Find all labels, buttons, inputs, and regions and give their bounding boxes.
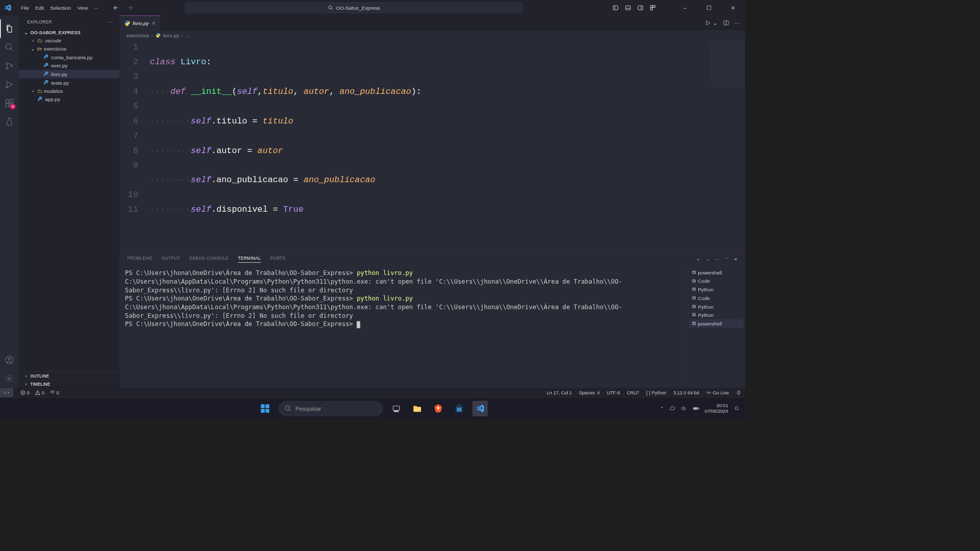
term-item-4[interactable]: ⧉Python	[689, 302, 744, 311]
code-editor[interactable]: 1234567891011 class Livro: ····def __ini…	[119, 40, 745, 252]
menu-edit[interactable]: Edit	[32, 0, 47, 15]
file-conta-bancaria[interactable]: conta_bancaria.py	[18, 53, 119, 61]
terminal-output[interactable]: PS C:\Users\jhona\OneDrive\Área de Traba…	[119, 266, 687, 388]
panel-more-icon[interactable]: ···	[715, 257, 719, 261]
activity-settings[interactable]	[0, 369, 18, 388]
status-bell-icon[interactable]	[736, 390, 742, 395]
run-icon[interactable]	[705, 20, 711, 26]
timeline-section[interactable]: ›TIMELINE	[18, 380, 119, 388]
layout-left-icon[interactable]	[612, 5, 619, 11]
outline-section[interactable]: ›OUTLINE	[18, 371, 119, 380]
brave-app-icon[interactable]	[430, 400, 446, 416]
tab-close-icon[interactable]: ✕	[151, 20, 155, 26]
panel-close-icon[interactable]: ✕	[734, 257, 738, 262]
taskview-icon[interactable]	[388, 400, 404, 416]
title-bar: File Edit Selection View ··· OO-Sabor_Ex…	[0, 0, 745, 15]
remote-indicator[interactable]	[0, 388, 13, 397]
tray-cloud-icon[interactable]	[669, 405, 675, 411]
workspace-root[interactable]: ⌄OO-SABOR_EXPRESS	[18, 29, 119, 36]
tray-clock[interactable]: 20:01 07/06/2024	[705, 403, 728, 414]
svg-rect-37	[457, 408, 458, 409]
svg-rect-29	[261, 404, 264, 408]
tray-chevron-icon[interactable]: ⌃	[660, 406, 664, 411]
breadcrumbs[interactable]: exercicios› livro.py› ...	[119, 30, 745, 40]
svg-rect-40	[459, 410, 460, 411]
editor-more-icon[interactable]: ···	[734, 19, 740, 27]
status-ports[interactable]: 0	[50, 390, 59, 395]
status-warnings[interactable]: 0	[35, 390, 44, 395]
tray-volume-icon[interactable]	[681, 405, 687, 411]
activity-explorer[interactable]	[0, 19, 18, 38]
layout-right-icon[interactable]	[638, 5, 644, 11]
vscode-logo-icon	[3, 3, 12, 12]
panel-tab-output[interactable]: OUTPUT	[162, 256, 180, 262]
status-interpreter[interactable]: 3.12.0 64-bit	[673, 390, 699, 395]
new-terminal-icon[interactable]: ＋	[696, 256, 701, 262]
term-item-5[interactable]: ⧉Python	[689, 311, 744, 319]
layout-bottom-icon[interactable]	[625, 5, 631, 11]
activity-accounts[interactable]	[0, 350, 18, 369]
term-item-2[interactable]: ⧉Python	[689, 285, 744, 294]
window-minimize[interactable]: ─	[676, 0, 694, 15]
folder-modelos[interactable]: ›🗀modelos	[18, 87, 119, 95]
status-errors[interactable]: 0	[20, 390, 30, 395]
term-item-1[interactable]: ⧉Code	[689, 277, 744, 285]
term-item-3[interactable]: ⧉Code	[689, 294, 744, 303]
minimap[interactable]	[710, 40, 745, 87]
svg-rect-30	[265, 404, 269, 408]
status-cursor[interactable]: Ln 17, Col 1	[547, 390, 572, 395]
panel-tab-debug[interactable]: DEBUG CONSOLE	[189, 256, 229, 262]
layout-customize-icon[interactable]	[650, 5, 656, 11]
panel-maximize-icon[interactable]: ⌃	[725, 257, 728, 262]
terminal-dropdown-icon[interactable]: ⌄	[706, 257, 709, 262]
activity-extensions[interactable]: 4	[0, 94, 18, 112]
split-editor-icon[interactable]	[723, 20, 729, 26]
status-eol[interactable]: CRLF	[627, 390, 639, 395]
window-close[interactable]: ✕	[724, 0, 742, 15]
svg-point-22	[45, 72, 46, 72]
explorer-more-icon[interactable]: ···	[108, 19, 112, 24]
svg-point-18	[8, 358, 11, 360]
taskbar-search[interactable]: Pesquisar	[278, 400, 383, 416]
folder-vscode[interactable]: ›🗀.vscode	[18, 36, 119, 44]
nav-forward-icon[interactable]	[127, 4, 134, 11]
start-button[interactable]	[257, 400, 273, 416]
status-language[interactable]: { } Python	[646, 390, 667, 395]
menu-file[interactable]: File	[18, 0, 32, 15]
activity-search[interactable]	[0, 38, 18, 57]
panel-tab-problems[interactable]: PROBLEMS	[127, 256, 152, 262]
run-dropdown-icon[interactable]: ⌄	[713, 19, 718, 27]
activity-source-control[interactable]	[0, 57, 18, 75]
menu-selection[interactable]: Selection	[47, 0, 74, 15]
status-golive[interactable]: Go Live	[706, 390, 729, 395]
file-livro[interactable]: livro.py	[18, 70, 119, 79]
status-encoding[interactable]: UTF-8	[607, 390, 620, 395]
menu-more[interactable]: ···	[91, 0, 102, 15]
activity-testing[interactable]	[0, 113, 18, 131]
svg-rect-16	[10, 99, 13, 103]
term-item-0[interactable]: ⧉powershell	[689, 268, 744, 277]
python-icon	[124, 20, 130, 26]
file-exer[interactable]: exer.py	[18, 61, 119, 70]
svg-rect-5	[653, 6, 655, 8]
file-teste[interactable]: teste.py	[18, 79, 119, 87]
svg-rect-1	[613, 6, 618, 10]
tray-notifications-icon[interactable]	[733, 405, 740, 411]
command-center[interactable]: OO-Sabor_Express	[185, 3, 523, 13]
editor-tabs: livro.py ✕ ⌄ ···	[119, 15, 745, 30]
store-app-icon[interactable]	[451, 400, 467, 416]
window-maximize[interactable]	[700, 0, 718, 15]
panel-tab-terminal[interactable]: TERMINAL	[238, 256, 261, 262]
nav-back-icon[interactable]	[112, 4, 119, 11]
panel-tab-ports[interactable]: PORTS	[270, 256, 285, 262]
tab-livro[interactable]: livro.py ✕	[119, 15, 160, 30]
term-item-6[interactable]: ⧉powershell	[689, 319, 744, 328]
status-spaces[interactable]: Spaces: 4	[579, 390, 600, 395]
explorer-app-icon[interactable]	[409, 400, 425, 416]
activity-run-debug[interactable]	[0, 76, 18, 94]
folder-exercicios[interactable]: ⌄🗁exercicios	[18, 44, 119, 53]
file-app[interactable]: app.py	[18, 95, 119, 104]
tray-battery-icon[interactable]	[693, 405, 700, 411]
vscode-app-icon[interactable]	[472, 400, 487, 416]
menu-view[interactable]: View	[74, 0, 91, 15]
